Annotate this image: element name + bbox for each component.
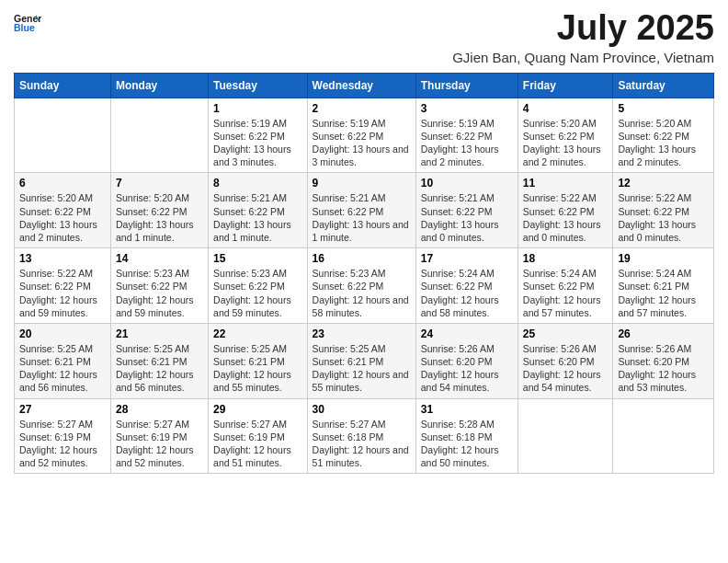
- day-info: Sunrise: 5:23 AM Sunset: 6:22 PM Dayligh…: [313, 267, 411, 319]
- calendar-cell: 30Sunrise: 5:27 AM Sunset: 6:18 PM Dayli…: [307, 398, 415, 474]
- day-number: 22: [213, 327, 302, 340]
- day-number: 23: [313, 327, 411, 340]
- page-subtitle: GJien Ban, Quang Nam Province, Vietnam: [452, 50, 714, 65]
- header-cell-thursday: Thursday: [415, 73, 518, 98]
- day-info: Sunrise: 5:26 AM Sunset: 6:20 PM Dayligh…: [523, 342, 609, 395]
- calendar-cell: 17Sunrise: 5:24 AM Sunset: 6:22 PM Dayli…: [415, 248, 518, 324]
- calendar-cell: 27Sunrise: 5:27 AM Sunset: 6:19 PM Dayli…: [15, 398, 111, 474]
- calendar-cell: 6Sunrise: 5:20 AM Sunset: 6:22 PM Daylig…: [15, 173, 111, 248]
- day-info: Sunrise: 5:26 AM Sunset: 6:20 PM Dayligh…: [421, 342, 513, 395]
- calendar-cell: 2Sunrise: 5:19 AM Sunset: 6:22 PM Daylig…: [307, 98, 415, 173]
- day-number: 13: [19, 252, 106, 265]
- day-info: Sunrise: 5:28 AM Sunset: 6:18 PM Dayligh…: [421, 418, 513, 470]
- calendar-cell: 26Sunrise: 5:26 AM Sunset: 6:20 PM Dayli…: [613, 323, 714, 398]
- day-number: 16: [313, 252, 411, 265]
- calendar-week-3: 13Sunrise: 5:22 AM Sunset: 6:22 PM Dayli…: [15, 248, 714, 324]
- calendar-table: SundayMondayTuesdayWednesdayThursdayFrid…: [14, 73, 714, 474]
- day-number: 12: [618, 177, 709, 190]
- day-number: 2: [313, 102, 411, 115]
- calendar-cell: 23Sunrise: 5:25 AM Sunset: 6:21 PM Dayli…: [307, 323, 415, 398]
- day-number: 21: [116, 327, 203, 340]
- title-block: July 2025 GJien Ban, Quang Nam Province,…: [452, 9, 714, 65]
- calendar-cell: 19Sunrise: 5:24 AM Sunset: 6:21 PM Dayli…: [613, 248, 714, 324]
- calendar-cell: [518, 398, 613, 474]
- calendar-cell: 11Sunrise: 5:22 AM Sunset: 6:22 PM Dayli…: [518, 173, 613, 248]
- day-info: Sunrise: 5:21 AM Sunset: 6:22 PM Dayligh…: [313, 191, 411, 244]
- calendar-cell: 16Sunrise: 5:23 AM Sunset: 6:22 PM Dayli…: [307, 248, 415, 324]
- header-cell-friday: Friday: [518, 73, 613, 98]
- day-info: Sunrise: 5:19 AM Sunset: 6:22 PM Dayligh…: [313, 117, 411, 169]
- day-info: Sunrise: 5:24 AM Sunset: 6:21 PM Dayligh…: [618, 267, 709, 319]
- calendar-week-2: 6Sunrise: 5:20 AM Sunset: 6:22 PM Daylig…: [15, 173, 714, 248]
- day-number: 27: [19, 403, 106, 416]
- day-number: 11: [523, 177, 609, 190]
- calendar-cell: 24Sunrise: 5:26 AM Sunset: 6:20 PM Dayli…: [415, 323, 518, 398]
- calendar-cell: 20Sunrise: 5:25 AM Sunset: 6:21 PM Dayli…: [15, 323, 111, 398]
- calendar-cell: 4Sunrise: 5:20 AM Sunset: 6:22 PM Daylig…: [518, 98, 613, 173]
- logo: General Blue: [14, 9, 41, 37]
- header-cell-tuesday: Tuesday: [209, 73, 308, 98]
- day-info: Sunrise: 5:27 AM Sunset: 6:19 PM Dayligh…: [19, 418, 106, 470]
- day-info: Sunrise: 5:19 AM Sunset: 6:22 PM Dayligh…: [213, 117, 302, 169]
- calendar-cell: 10Sunrise: 5:21 AM Sunset: 6:22 PM Dayli…: [415, 173, 518, 248]
- day-info: Sunrise: 5:20 AM Sunset: 6:22 PM Dayligh…: [19, 191, 106, 244]
- day-info: Sunrise: 5:22 AM Sunset: 6:22 PM Dayligh…: [523, 191, 609, 244]
- day-number: 8: [213, 177, 302, 190]
- svg-text:Blue: Blue: [14, 22, 35, 33]
- day-info: Sunrise: 5:27 AM Sunset: 6:19 PM Dayligh…: [213, 418, 302, 470]
- calendar-cell: 28Sunrise: 5:27 AM Sunset: 6:19 PM Dayli…: [110, 398, 208, 474]
- header-cell-sunday: Sunday: [15, 73, 111, 98]
- day-number: 31: [421, 403, 513, 416]
- header-cell-saturday: Saturday: [613, 73, 714, 98]
- day-info: Sunrise: 5:25 AM Sunset: 6:21 PM Dayligh…: [116, 342, 203, 395]
- day-number: 7: [116, 177, 203, 190]
- day-info: Sunrise: 5:25 AM Sunset: 6:21 PM Dayligh…: [313, 342, 411, 395]
- day-info: Sunrise: 5:20 AM Sunset: 6:22 PM Dayligh…: [523, 117, 609, 169]
- day-number: 17: [421, 252, 513, 265]
- day-info: Sunrise: 5:20 AM Sunset: 6:22 PM Dayligh…: [618, 117, 709, 169]
- day-number: 19: [618, 252, 709, 265]
- calendar-cell: 13Sunrise: 5:22 AM Sunset: 6:22 PM Dayli…: [15, 248, 111, 324]
- day-info: Sunrise: 5:24 AM Sunset: 6:22 PM Dayligh…: [421, 267, 513, 319]
- day-info: Sunrise: 5:23 AM Sunset: 6:22 PM Dayligh…: [116, 267, 203, 319]
- calendar-cell: 29Sunrise: 5:27 AM Sunset: 6:19 PM Dayli…: [209, 398, 308, 474]
- calendar-body: 1Sunrise: 5:19 AM Sunset: 6:22 PM Daylig…: [15, 98, 714, 473]
- page-title: July 2025: [452, 9, 714, 48]
- header-cell-monday: Monday: [110, 73, 208, 98]
- calendar-cell: 22Sunrise: 5:25 AM Sunset: 6:21 PM Dayli…: [209, 323, 308, 398]
- day-number: 26: [618, 327, 709, 340]
- day-number: 4: [523, 102, 609, 115]
- day-number: 24: [421, 327, 513, 340]
- day-number: 5: [618, 102, 709, 115]
- calendar-header: SundayMondayTuesdayWednesdayThursdayFrid…: [15, 73, 714, 98]
- day-number: 3: [421, 102, 513, 115]
- day-number: 9: [313, 177, 411, 190]
- header-row: SundayMondayTuesdayWednesdayThursdayFrid…: [15, 73, 714, 98]
- day-info: Sunrise: 5:26 AM Sunset: 6:20 PM Dayligh…: [618, 342, 709, 395]
- calendar-week-1: 1Sunrise: 5:19 AM Sunset: 6:22 PM Daylig…: [15, 98, 714, 173]
- day-info: Sunrise: 5:22 AM Sunset: 6:22 PM Dayligh…: [19, 267, 106, 319]
- calendar-cell: 14Sunrise: 5:23 AM Sunset: 6:22 PM Dayli…: [110, 248, 208, 324]
- day-number: 28: [116, 403, 203, 416]
- day-info: Sunrise: 5:25 AM Sunset: 6:21 PM Dayligh…: [19, 342, 106, 395]
- calendar-cell: 18Sunrise: 5:24 AM Sunset: 6:22 PM Dayli…: [518, 248, 613, 324]
- calendar-cell: 31Sunrise: 5:28 AM Sunset: 6:18 PM Dayli…: [415, 398, 518, 474]
- calendar-cell: 15Sunrise: 5:23 AM Sunset: 6:22 PM Dayli…: [209, 248, 308, 324]
- day-number: 29: [213, 403, 302, 416]
- calendar-cell: [15, 98, 111, 173]
- calendar-cell: [110, 98, 208, 173]
- calendar-cell: 3Sunrise: 5:19 AM Sunset: 6:22 PM Daylig…: [415, 98, 518, 173]
- day-info: Sunrise: 5:21 AM Sunset: 6:22 PM Dayligh…: [421, 191, 513, 244]
- day-number: 10: [421, 177, 513, 190]
- day-number: 14: [116, 252, 203, 265]
- day-number: 1: [213, 102, 302, 115]
- day-info: Sunrise: 5:25 AM Sunset: 6:21 PM Dayligh…: [213, 342, 302, 395]
- calendar-week-4: 20Sunrise: 5:25 AM Sunset: 6:21 PM Dayli…: [15, 323, 714, 398]
- day-number: 30: [313, 403, 411, 416]
- calendar-cell: 25Sunrise: 5:26 AM Sunset: 6:20 PM Dayli…: [518, 323, 613, 398]
- calendar-cell: [613, 398, 714, 474]
- calendar-week-5: 27Sunrise: 5:27 AM Sunset: 6:19 PM Dayli…: [15, 398, 714, 474]
- calendar-cell: 5Sunrise: 5:20 AM Sunset: 6:22 PM Daylig…: [613, 98, 714, 173]
- logo-icon: General Blue: [14, 9, 41, 37]
- day-number: 25: [523, 327, 609, 340]
